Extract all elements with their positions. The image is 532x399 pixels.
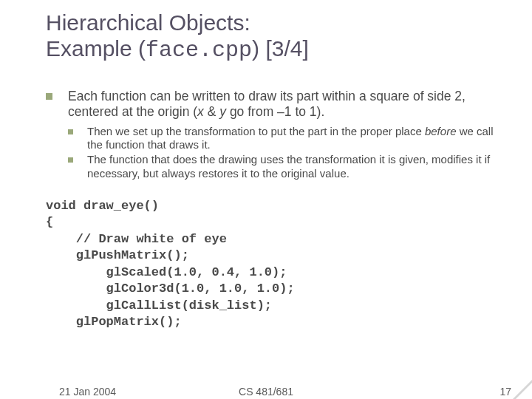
title-code: face.cpp — [146, 38, 252, 63]
bullet-level2-text: Then we set up the transformation to put… — [87, 125, 502, 152]
bullet-level1-text: Each function can be written to draw its… — [68, 89, 502, 120]
slide-title: Hierarchical Objects: Example (face.cpp)… — [46, 10, 309, 63]
code-line: // Draw white of eye — [46, 232, 227, 246]
code-block: void draw_eye() { // Draw white of eye g… — [46, 198, 502, 331]
code-line: glCallList(disk_list); — [46, 299, 272, 313]
code-line: void draw_eye() — [46, 199, 159, 213]
title-line2-post: ) [3/4] — [252, 36, 309, 61]
footer-course: CS 481/681 — [0, 386, 532, 398]
footer-page: 17 — [499, 386, 511, 398]
code-line: glScaled(1.0, 0.4, 1.0); — [46, 265, 287, 279]
bullet-icon — [68, 153, 87, 180]
title-line2-pre: Example ( — [46, 36, 146, 61]
code-line: glColor3d(1.0, 1.0, 1.0); — [46, 282, 295, 296]
title-line1: Hierarchical Objects: — [46, 10, 250, 35]
bullet-icon — [46, 89, 68, 120]
bullet-level2-text: The function that does the drawing uses … — [87, 153, 502, 180]
code-line: glPopMatrix(); — [46, 315, 182, 329]
slide: Hierarchical Objects: Example (face.cpp)… — [0, 0, 532, 399]
slide-body: Each function can be written to draw its… — [46, 89, 502, 330]
code-line: { — [46, 215, 53, 229]
bullet-icon — [68, 125, 87, 152]
bullet-level2: The function that does the drawing uses … — [68, 153, 502, 180]
page-curl-icon — [513, 380, 532, 399]
bullet-level2: Then we set up the transformation to put… — [68, 125, 502, 152]
code-line: glPushMatrix(); — [46, 248, 189, 262]
sub-bullets: Then we set up the transformation to put… — [68, 125, 502, 180]
bullet-level1: Each function can be written to draw its… — [46, 89, 502, 120]
